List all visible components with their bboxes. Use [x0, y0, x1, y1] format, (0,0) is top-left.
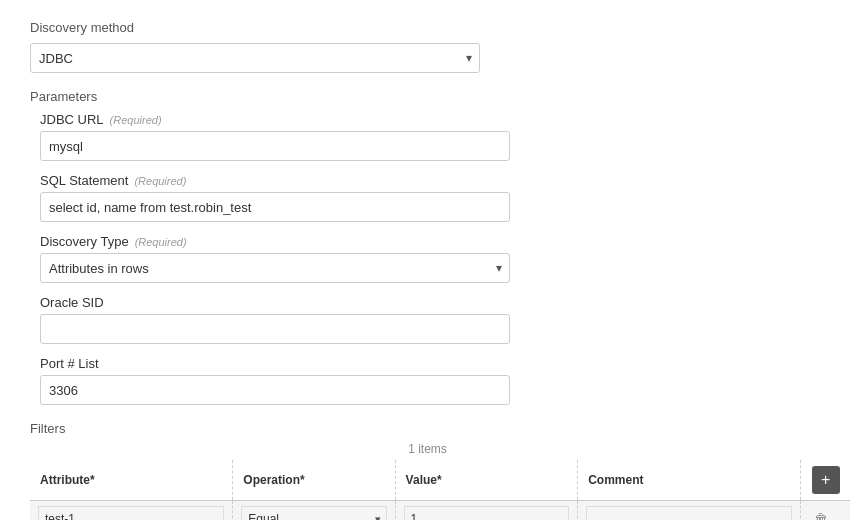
discovery-type-field: Discovery Type (Required) Attributes in … — [40, 234, 825, 283]
oracle-sid-input[interactable] — [40, 314, 510, 344]
filters-header-row: Attribute* Operation* Value* Comment + — [30, 460, 850, 501]
discovery-type-select[interactable]: Attributes in rows Attributes in columns — [40, 253, 510, 283]
delete-row-button[interactable]: 🗑 — [809, 507, 833, 520]
sql-statement-label: SQL Statement (Required) — [40, 173, 825, 188]
comment-cell — [578, 501, 801, 521]
add-filter-button[interactable]: + — [812, 466, 840, 494]
sql-statement-field: SQL Statement (Required) — [40, 173, 825, 222]
port-list-label: Port # List — [40, 356, 825, 371]
jdbc-url-field: JDBC URL (Required) — [40, 112, 825, 161]
parameters-section: Parameters JDBC URL (Required) SQL State… — [30, 89, 825, 405]
jdbc-url-label: JDBC URL (Required) — [40, 112, 825, 127]
col-header-operation: Operation* — [233, 460, 395, 501]
table-row: Equal Not Equal Greater Less Contains ▾ — [30, 501, 850, 521]
delete-cell: 🗑 — [801, 501, 850, 521]
oracle-sid-label: Oracle SID — [40, 295, 825, 310]
parameters-fields: JDBC URL (Required) SQL Statement (Requi… — [40, 112, 825, 405]
discovery-type-label: Discovery Type (Required) — [40, 234, 825, 249]
add-filter-header: + — [801, 460, 850, 501]
oracle-sid-field: Oracle SID — [40, 295, 825, 344]
discovery-method-section: Discovery method JDBC ▾ — [30, 20, 825, 73]
discovery-type-wrapper[interactable]: Attributes in rows Attributes in columns… — [40, 253, 510, 283]
jdbc-url-input[interactable] — [40, 131, 510, 161]
items-count-top: 1 items — [30, 442, 825, 456]
col-header-value: Value* — [395, 460, 578, 501]
comment-input[interactable] — [586, 506, 792, 520]
parameters-label: Parameters — [30, 89, 825, 104]
discovery-method-wrapper[interactable]: JDBC ▾ — [30, 43, 480, 73]
filters-label: Filters — [30, 421, 825, 436]
port-list-input[interactable] — [40, 375, 510, 405]
port-list-field: Port # List — [40, 356, 825, 405]
sql-statement-input[interactable] — [40, 192, 510, 222]
operation-select-wrapper[interactable]: Equal Not Equal Greater Less Contains ▾ — [241, 506, 386, 520]
filters-table: Attribute* Operation* Value* Comment + — [30, 460, 850, 520]
filters-section: Filters 1 items Attribute* Operation* Va… — [30, 421, 825, 520]
operation-select[interactable]: Equal Not Equal Greater Less Contains — [241, 506, 386, 520]
attribute-cell — [30, 501, 233, 521]
operation-cell: Equal Not Equal Greater Less Contains ▾ — [233, 501, 395, 521]
discovery-method-select[interactable]: JDBC — [30, 43, 480, 73]
attribute-input[interactable] — [38, 506, 224, 520]
col-header-comment: Comment — [578, 460, 801, 501]
col-header-attribute: Attribute* — [30, 460, 233, 501]
discovery-method-label: Discovery method — [30, 20, 825, 35]
value-cell — [395, 501, 578, 521]
value-input[interactable] — [404, 506, 570, 520]
